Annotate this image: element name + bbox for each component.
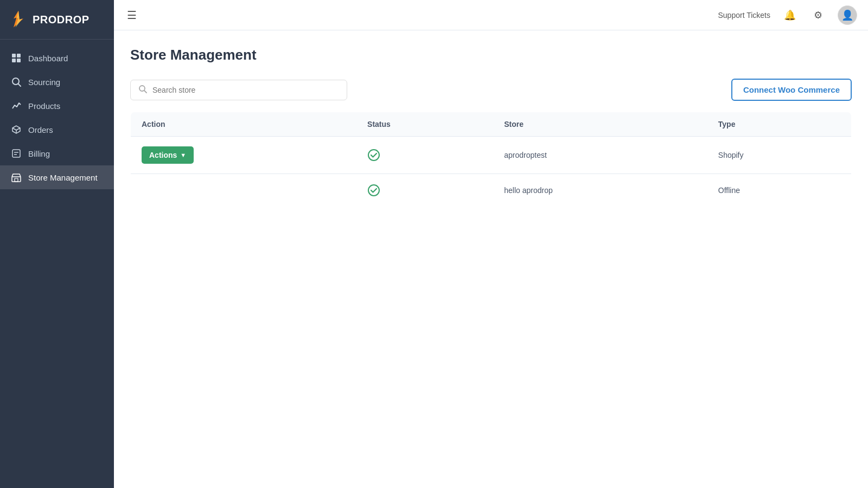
table-cell-type: Shopify [707, 137, 852, 174]
sidebar-item-store-management[interactable]: Store Management [0, 165, 114, 189]
table-cell-action: Actions ▼ [131, 137, 357, 174]
search-box [130, 80, 347, 100]
sourcing-icon [11, 76, 22, 87]
table-cell-type: Offline [707, 174, 852, 207]
status-active-icon [367, 184, 482, 197]
products-icon [11, 100, 22, 111]
col-store: Store [493, 112, 707, 137]
actions-button[interactable]: Actions ▼ [142, 146, 194, 164]
avatar[interactable]: 👤 [838, 5, 857, 25]
support-tickets-link[interactable]: Support Tickets [718, 11, 771, 20]
svg-line-7 [18, 84, 21, 86]
main-area: ☰ Support Tickets 🔔 ⚙ 👤 Store Management [114, 0, 868, 488]
sidebar-item-billing-label: Billing [28, 149, 50, 158]
logo-icon [9, 10, 28, 29]
table-cell-status [356, 174, 493, 207]
store-management-icon [11, 172, 22, 183]
sidebar-item-sourcing[interactable]: Sourcing [0, 70, 114, 94]
svg-point-6 [12, 78, 19, 85]
svg-rect-3 [17, 54, 21, 57]
sidebar-item-billing[interactable]: Billing [0, 142, 114, 165]
toolbar-row: Connect Woo Commerce [130, 79, 852, 101]
table-cell-store: hello aprodrop [493, 174, 707, 207]
svg-rect-11 [12, 150, 20, 157]
sidebar-item-products[interactable]: Products [0, 94, 114, 118]
table-cell-action [131, 174, 357, 207]
sidebar-item-products-label: Products [28, 101, 60, 111]
topbar: ☰ Support Tickets 🔔 ⚙ 👤 [114, 0, 868, 30]
table-row: Actions ▼aprodroptestShopify [131, 137, 852, 174]
svg-line-9 [12, 128, 16, 130]
notification-button[interactable]: 🔔 [781, 7, 799, 24]
svg-rect-15 [15, 178, 18, 182]
dashboard-icon [11, 53, 22, 63]
svg-point-19 [368, 185, 379, 196]
page-content: Store Management Connect Woo Commerce Ac… [114, 30, 868, 488]
chevron-down-icon: ▼ [180, 152, 186, 158]
logo-area: PRODROP [0, 0, 114, 40]
sidebar-item-orders-label: Orders [28, 125, 53, 134]
sidebar-item-orders[interactable]: Orders [0, 118, 114, 142]
sidebar-item-dashboard-label: Dashboard [28, 54, 68, 63]
sidebar-item-store-management-label: Store Management [28, 173, 98, 182]
table-header-row: Action Status Store Type [131, 112, 852, 137]
avatar-icon: 👤 [841, 9, 853, 21]
billing-icon [11, 148, 22, 159]
svg-line-10 [16, 128, 20, 130]
svg-point-18 [368, 150, 379, 160]
page-title: Store Management [130, 47, 852, 63]
settings-button[interactable]: ⚙ [809, 7, 827, 24]
table-cell-status [356, 137, 493, 174]
col-action: Action [131, 112, 357, 137]
sidebar-nav: Dashboard Sourcing Products [0, 40, 114, 488]
topbar-actions: Support Tickets 🔔 ⚙ 👤 [718, 5, 858, 25]
table-row: hello aprodropOffline [131, 174, 852, 207]
settings-icon: ⚙ [814, 9, 822, 21]
connect-woo-commerce-button[interactable]: Connect Woo Commerce [731, 79, 852, 101]
status-active-icon [367, 149, 482, 162]
sidebar-item-sourcing-label: Sourcing [28, 78, 60, 87]
svg-line-17 [144, 91, 146, 93]
col-type: Type [707, 112, 852, 137]
sidebar-item-dashboard[interactable]: Dashboard [0, 46, 114, 70]
search-input[interactable] [152, 86, 339, 94]
search-icon [138, 85, 147, 95]
app-name: PRODROP [33, 14, 90, 26]
col-status: Status [356, 112, 493, 137]
svg-rect-4 [12, 59, 16, 62]
table-cell-store: aprodroptest [493, 137, 707, 174]
svg-rect-14 [12, 177, 21, 182]
svg-rect-5 [17, 59, 21, 62]
menu-toggle-button[interactable]: ☰ [125, 7, 139, 24]
notification-icon: 🔔 [784, 9, 796, 21]
svg-rect-2 [12, 54, 16, 57]
store-table: Action Status Store Type Actions ▼aprodr… [130, 112, 852, 207]
orders-icon [11, 124, 22, 135]
sidebar: PRODROP Dashboard Sourcing [0, 0, 114, 488]
